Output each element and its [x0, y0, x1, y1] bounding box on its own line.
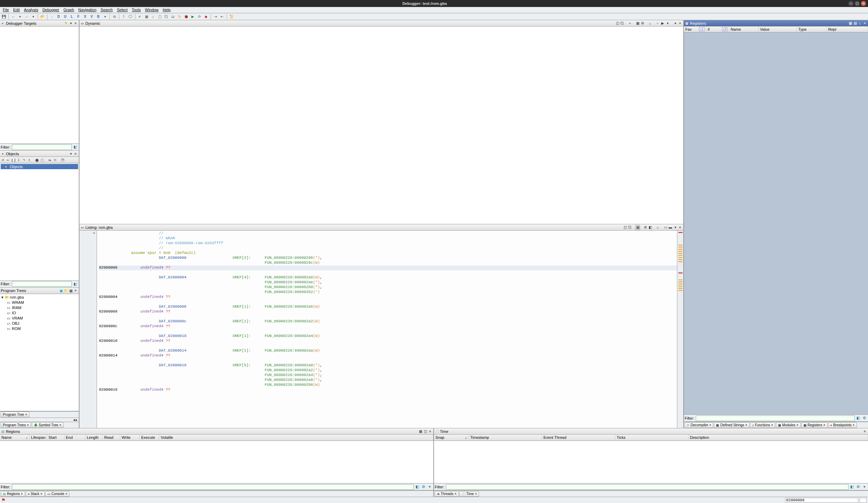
lst-copy-icon[interactable]: ⿻ [627, 225, 632, 230]
tree-item-iram[interactable]: ▭IRAM [1, 305, 78, 310]
tab-close-icon[interactable]: × [475, 492, 477, 496]
regions-opt2-icon[interactable]: ◫ [423, 429, 428, 434]
tree-root[interactable]: ▾📂rom.gba [1, 295, 78, 300]
tree-item-obj[interactable]: ▭OBJ [1, 321, 78, 326]
tab-close-icon[interactable]: × [771, 423, 773, 427]
menu-navigation[interactable]: Navigation [76, 7, 99, 13]
overview-ruler[interactable] [677, 231, 683, 428]
lst-highlight-icon[interactable]: ◫ [623, 225, 627, 230]
window-minimize-button[interactable]: – [848, 1, 853, 6]
letter-F-icon[interactable]: F [75, 14, 82, 20]
menu-edit[interactable]: Edit [11, 7, 22, 13]
th-name[interactable]: Name ▵ [0, 435, 30, 441]
db-import-icon[interactable]: ⇤ [219, 14, 225, 20]
tab-close-icon[interactable]: × [745, 423, 747, 427]
lst-table-icon[interactable]: ▦ [635, 225, 640, 230]
filter-cfg-icon[interactable]: ⚙ [862, 415, 867, 421]
objects-root-node[interactable]: ● Objects [1, 164, 78, 169]
dynamic-header[interactable]: ▭ Dynamic ◫ ⿻ ▪ ▦ ⚙ ⌂ ← ▶ ▾ ▾ [79, 20, 683, 27]
menu-debugger[interactable]: Debugger [40, 7, 61, 13]
dyn-fwd-menu-icon[interactable]: ▾ [665, 21, 670, 26]
obj-refresh-icon[interactable]: ⟳ [1, 158, 6, 163]
dyn-menu-icon[interactable]: ▾ [673, 21, 678, 26]
tab-console[interactable]: ▭Console× [45, 491, 70, 497]
tab-stack[interactable]: ≡Stack× [26, 491, 45, 497]
nav-back-menu-button[interactable]: ▾ [17, 14, 23, 20]
tree-item-io[interactable]: ▭IO [1, 310, 78, 316]
menu-file[interactable]: File [1, 7, 11, 13]
tab-program-trees[interactable]: Program Trees× [1, 422, 31, 428]
th-timestamp[interactable]: Timestamp [469, 435, 542, 441]
stop-icon[interactable]: ◆ [203, 14, 209, 20]
filter-input[interactable] [446, 484, 849, 490]
panel-close-button[interactable] [862, 21, 867, 26]
menu-help[interactable]: Help [161, 7, 173, 13]
menu-select[interactable]: Select [115, 7, 130, 13]
dyn-stop-icon[interactable]: ▪ [627, 21, 632, 26]
menu-window[interactable]: Window [143, 7, 161, 13]
menu-analysis[interactable]: Analysis [22, 7, 40, 13]
registers-header[interactable]: ▦ Registers ▦ ▤ ⌂ [684, 20, 868, 27]
nav-back-button[interactable]: ← [10, 14, 16, 20]
col-value[interactable]: Value [759, 27, 797, 32]
panel-close-button[interactable] [862, 429, 867, 434]
filter-input[interactable] [12, 484, 414, 490]
panel-close-button[interactable] [73, 288, 78, 293]
refresh-orange-icon[interactable]: ↻ [176, 14, 183, 20]
tab-close-icon[interactable]: × [40, 492, 43, 496]
dyn-table-icon[interactable]: ▦ [635, 21, 640, 26]
lst-toggle1-icon[interactable]: ▭ [663, 225, 668, 230]
script-icon[interactable]: 📜 [228, 14, 235, 20]
th-lifespan[interactable]: Lifespan [30, 435, 47, 441]
tab-close-icon[interactable]: × [709, 423, 711, 427]
cursor-text-icon[interactable]: I [121, 14, 127, 20]
reg-grp-icon[interactable]: ▤ [853, 21, 858, 26]
panel-menu-icon[interactable]: ▾ [673, 225, 678, 230]
col-repr[interactable]: Repr [827, 27, 868, 32]
col-num[interactable]: #▵2 [706, 27, 729, 32]
th-ticks[interactable]: Ticks [615, 435, 688, 441]
reg-tablecfg-icon[interactable]: ▦ [848, 21, 853, 26]
th-volatile[interactable]: Volatile [159, 435, 433, 441]
listing-content[interactable]: // // WRAM // ram:02000000-ram:0203ffff … [97, 231, 677, 428]
filter-options-icon[interactable]: ◧ [855, 415, 861, 421]
reg-home-icon[interactable]: ⌂ [858, 21, 862, 26]
obj-step-back-icon[interactable]: ⇤ [6, 158, 11, 163]
bug-icon[interactable]: 🐞 [183, 14, 189, 20]
tab-close-icon[interactable]: × [27, 423, 29, 427]
tab-close-icon[interactable]: × [797, 423, 799, 427]
letter-X-icon[interactable]: X [82, 14, 88, 20]
ptree-collapse-icon[interactable]: ▣ [59, 288, 63, 293]
lst-home-icon[interactable]: ⌂ [655, 225, 660, 230]
group-icon[interactable]: ⧉ [111, 14, 117, 20]
filter-options-icon[interactable]: ◧ [849, 484, 855, 490]
letter-V-icon[interactable]: V [89, 14, 95, 20]
col-fav[interactable]: Fav▵1 [684, 27, 706, 32]
play-icon[interactable]: ▶ [190, 14, 196, 20]
obj-db-sync-icon[interactable]: ⇆ [47, 158, 52, 163]
panel-menu-icon[interactable]: ▾ [68, 21, 73, 26]
th-event-thread[interactable]: Event Thread [542, 435, 615, 441]
letter-L-icon[interactable]: L [69, 14, 75, 20]
tab-close-icon[interactable]: × [25, 413, 27, 416]
filter-options-icon[interactable]: ◧ [73, 144, 78, 150]
tab-program-tree[interactable]: Program Tree× [1, 412, 29, 417]
ptree-options-icon[interactable]: ▦ [68, 288, 73, 293]
menu-tools[interactable]: Tools [130, 7, 143, 13]
tab-close-icon[interactable]: × [853, 423, 855, 427]
th-snap[interactable]: Snap ▵ [434, 435, 469, 441]
time-header[interactable]: 🕘 Time [434, 428, 868, 435]
window-maximize-button[interactable]: ▢ [855, 1, 860, 6]
filter-extra-icon[interactable]: ▾ [862, 484, 867, 490]
nav-left-icon[interactable]: ◂ [73, 418, 75, 422]
status-address-field[interactable]: 02000000 [785, 498, 858, 503]
debugger-targets-header[interactable]: ✔ Debugger Targets ✎ ▾ [0, 20, 79, 27]
th-execute[interactable]: Execute [140, 435, 159, 441]
th-read[interactable]: Read [103, 435, 120, 441]
th-start[interactable]: Start [47, 435, 64, 441]
dyn-btn1-icon[interactable]: ◫ [615, 21, 620, 26]
tab-symbol-tree[interactable]: 🌲Symbol Tree× [32, 422, 63, 428]
tab-defined-strings[interactable]: ▦Defined Strings× [714, 422, 749, 428]
panel-close-button[interactable] [428, 429, 433, 434]
dyn-back-icon[interactable]: ← [655, 21, 660, 26]
